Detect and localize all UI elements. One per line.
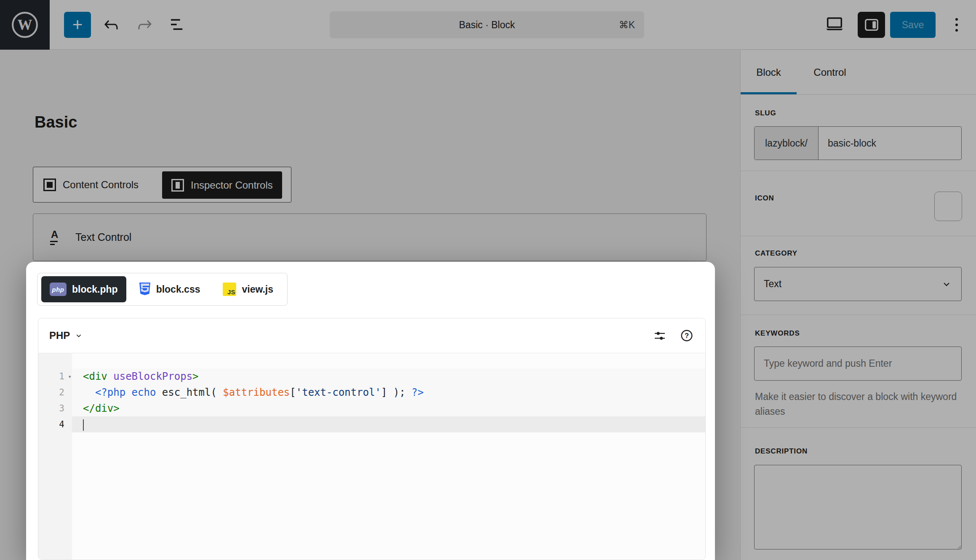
laptop-icon bbox=[824, 13, 845, 35]
code-lines: 1▾<div useBlockProps>2 <?php echo esc_ht… bbox=[38, 353, 705, 432]
description-textarea[interactable] bbox=[754, 465, 962, 549]
document-overview-button[interactable] bbox=[168, 14, 189, 36]
wordpress-logo[interactable]: W bbox=[0, 0, 50, 50]
sidebar-icon bbox=[862, 16, 881, 34]
chevron-down-icon bbox=[941, 279, 952, 290]
tab-block[interactable]: Block bbox=[741, 50, 797, 94]
code-editor-actions: ? bbox=[652, 328, 694, 343]
slug-input[interactable]: basic-block bbox=[819, 127, 961, 160]
editor-top-bar: W + Basic · Block ⌘K Save bbox=[0, 0, 976, 50]
redo-icon bbox=[135, 15, 155, 35]
icon-label: ICON bbox=[755, 194, 774, 203]
file-tab-view-js[interactable]: JS view.js bbox=[213, 276, 283, 302]
description-label: DESCRIPTION bbox=[755, 447, 808, 456]
category-label: CATEGORY bbox=[755, 249, 797, 258]
slug-prefix: lazyblock/ bbox=[755, 127, 819, 160]
icon-picker[interactable] bbox=[934, 192, 962, 221]
slug-input-group: lazyblock/ basic-block bbox=[754, 126, 962, 160]
text-control-icon: A bbox=[50, 230, 65, 245]
code-text bbox=[72, 416, 705, 432]
divider bbox=[741, 427, 976, 428]
help-icon[interactable]: ? bbox=[679, 328, 694, 343]
file-tab-label: view.js bbox=[242, 284, 273, 295]
line-number: 2 bbox=[38, 384, 72, 400]
code-text: </div> bbox=[72, 400, 705, 416]
chevron-down-icon bbox=[74, 331, 83, 340]
code-line[interactable]: 3</div> bbox=[38, 400, 705, 416]
block-inserter-button[interactable]: + bbox=[64, 12, 91, 38]
file-tab-block-css[interactable]: block.css bbox=[129, 276, 211, 302]
svg-text:?: ? bbox=[685, 332, 689, 339]
document-command-bar[interactable]: Basic · Block ⌘K bbox=[330, 11, 644, 38]
inspector-controls-label: Inspector Controls bbox=[191, 179, 273, 191]
file-tab-label: block.css bbox=[156, 284, 200, 295]
tab-control[interactable]: Control bbox=[797, 50, 863, 94]
category-value: Text bbox=[764, 278, 781, 290]
block-title-heading: Basic bbox=[35, 113, 77, 131]
code-editor-panel: PHP ? 1▾<div useBlockProps>2 <?php echo … bbox=[38, 318, 706, 560]
wordpress-w-icon: W bbox=[11, 11, 39, 39]
svg-text:W: W bbox=[17, 17, 32, 33]
inspector-controls-icon bbox=[171, 179, 184, 192]
language-label: PHP bbox=[49, 330, 70, 341]
content-controls-icon bbox=[43, 179, 56, 191]
line-number: 1▾ bbox=[38, 368, 72, 384]
keywords-input[interactable] bbox=[754, 347, 962, 381]
undo-icon bbox=[101, 15, 121, 35]
preview-button[interactable] bbox=[824, 13, 845, 35]
css3-icon bbox=[139, 283, 151, 296]
settings-sidebar-toggle[interactable] bbox=[858, 12, 885, 38]
text-control-label: Text Control bbox=[75, 231, 131, 243]
keywords-help-text: Make it easier to discover a block with … bbox=[755, 389, 958, 419]
js-icon: JS bbox=[223, 283, 236, 296]
options-menu-button[interactable] bbox=[946, 14, 968, 36]
code-editor-card: php block.php block.css JS view.js PHP bbox=[26, 262, 715, 560]
undo-button[interactable] bbox=[100, 14, 122, 36]
text-cursor bbox=[83, 419, 84, 431]
code-editor-header: PHP ? bbox=[38, 318, 705, 353]
slug-label: SLUG bbox=[755, 109, 776, 117]
settings-sidebar: Block Control SLUG lazyblock/ basic-bloc… bbox=[740, 50, 976, 560]
file-tab-bar: php block.php block.css JS view.js bbox=[37, 273, 288, 306]
editor-settings-icon[interactable] bbox=[652, 328, 667, 343]
code-line[interactable]: 1▾<div useBlockProps> bbox=[38, 368, 705, 384]
keywords-label: KEYWORDS bbox=[755, 329, 800, 338]
line-number: 4 bbox=[38, 416, 72, 432]
text-control-block[interactable]: A Text Control bbox=[33, 213, 707, 261]
kebab-icon bbox=[955, 18, 958, 21]
save-button[interactable]: Save bbox=[890, 12, 936, 38]
code-text: <?php echo esc_html( $attributes['text-c… bbox=[72, 384, 705, 400]
inspector-controls-button[interactable]: Inspector Controls bbox=[162, 171, 282, 199]
content-controls-button[interactable]: Content Controls bbox=[33, 167, 149, 202]
fold-caret-icon[interactable]: ▾ bbox=[68, 368, 72, 384]
content-controls-label: Content Controls bbox=[63, 179, 139, 191]
file-tab-block-php[interactable]: php block.php bbox=[41, 276, 126, 302]
divider bbox=[741, 236, 976, 236]
language-selector[interactable]: PHP bbox=[49, 330, 83, 341]
code-line[interactable]: 2 <?php echo esc_html( $attributes['text… bbox=[38, 384, 705, 400]
divider bbox=[741, 171, 976, 171]
list-view-icon bbox=[168, 15, 189, 35]
code-line[interactable]: 4 bbox=[38, 416, 705, 432]
command-shortcut: ⌘K bbox=[619, 19, 635, 31]
line-number: 3 bbox=[38, 400, 72, 416]
block-toolbar: Content Controls Inspector Controls bbox=[33, 167, 291, 203]
redo-button[interactable] bbox=[134, 14, 156, 36]
sidebar-tabs: Block Control bbox=[741, 50, 976, 95]
file-tab-label: block.php bbox=[72, 284, 118, 295]
divider bbox=[741, 315, 976, 315]
code-text: <div useBlockProps> bbox=[72, 368, 705, 384]
php-icon: php bbox=[50, 283, 67, 296]
document-title: Basic · Block bbox=[459, 19, 515, 31]
code-area[interactable]: 1▾<div useBlockProps>2 <?php echo esc_ht… bbox=[38, 353, 705, 560]
category-select[interactable]: Text bbox=[754, 267, 962, 301]
